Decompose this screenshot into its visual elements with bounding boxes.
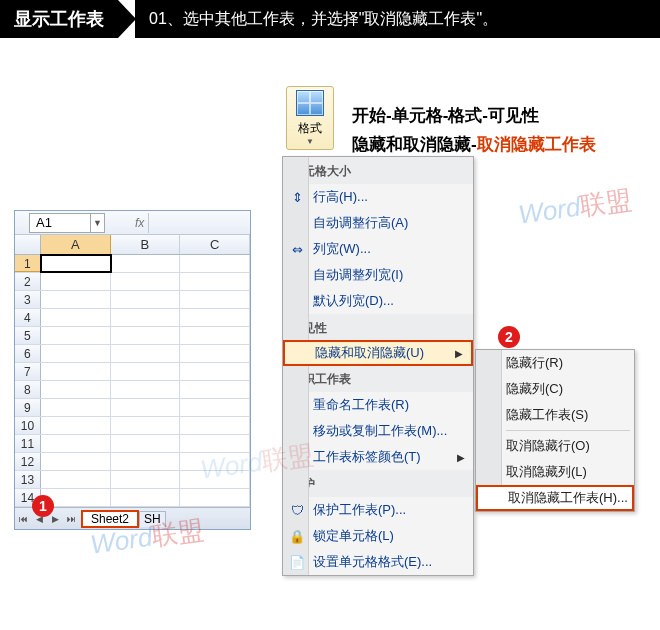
cell[interactable]: [111, 255, 181, 272]
row-header[interactable]: 13: [15, 471, 41, 488]
menu-item-autofit-row[interactable]: 自动调整行高(A): [283, 210, 473, 236]
menu-item-hide-sheet[interactable]: 隐藏工作表(S): [476, 402, 634, 428]
row-header[interactable]: 1: [15, 255, 41, 272]
row-header[interactable]: 6: [15, 345, 41, 362]
cell[interactable]: [41, 381, 111, 398]
name-box[interactable]: A1: [29, 213, 91, 233]
cell[interactable]: [180, 417, 250, 434]
row-header[interactable]: 4: [15, 309, 41, 326]
row-height-icon: ⇕: [287, 187, 307, 207]
hide-unhide-submenu: 隐藏行(R) 隐藏列(C) 隐藏工作表(S) 取消隐藏行(O) 取消隐藏列(L)…: [475, 349, 635, 512]
sheet-nav-first[interactable]: ⏮: [15, 510, 31, 528]
menu-item-autofit-col[interactable]: 自动调整列宽(I): [283, 262, 473, 288]
column-headers: A B C: [15, 235, 250, 255]
formula-input[interactable]: [148, 213, 250, 233]
cell[interactable]: [111, 327, 181, 344]
cell[interactable]: [41, 363, 111, 380]
cell[interactable]: [111, 417, 181, 434]
sheet-tab-sheet2[interactable]: Sheet2: [81, 510, 139, 528]
row-header[interactable]: 3: [15, 291, 41, 308]
chevron-down-icon: ▼: [306, 137, 314, 146]
cell[interactable]: [180, 309, 250, 326]
select-all-corner[interactable]: [15, 235, 41, 254]
sheet-nav-last[interactable]: ⏭: [63, 510, 79, 528]
breadcrumb: 开始-单元格-格式-可见性 隐藏和取消隐藏-取消隐藏工作表: [352, 104, 596, 156]
cell[interactable]: [180, 273, 250, 290]
cell[interactable]: [180, 327, 250, 344]
cell[interactable]: [41, 273, 111, 290]
menu-item-hide-cols[interactable]: 隐藏列(C): [476, 376, 634, 402]
cell[interactable]: [180, 381, 250, 398]
menu-section-visibility: 可见性: [283, 314, 473, 341]
cell[interactable]: [41, 345, 111, 362]
menu-item-hide-rows[interactable]: 隐藏行(R): [476, 350, 634, 376]
menu-item-unhide-rows[interactable]: 取消隐藏行(O): [476, 433, 634, 459]
cell[interactable]: [180, 291, 250, 308]
row-header[interactable]: 2: [15, 273, 41, 290]
cell[interactable]: [111, 399, 181, 416]
row-header[interactable]: 8: [15, 381, 41, 398]
menu-item-move-copy-sheet[interactable]: 移动或复制工作表(M)...: [283, 418, 473, 444]
format-cells-icon: 📄: [287, 552, 307, 572]
cell[interactable]: [41, 453, 111, 470]
cell[interactable]: [111, 291, 181, 308]
cell[interactable]: [41, 435, 111, 452]
format-grid-icon: [296, 90, 324, 116]
menu-item-lock-cell[interactable]: 🔒锁定单元格(L): [283, 523, 473, 549]
cell[interactable]: [111, 435, 181, 452]
header-step-text: 01、选中其他工作表，并选择"取消隐藏工作表"。: [135, 0, 660, 38]
sheet-tab-sh[interactable]: SH: [139, 511, 166, 527]
cell[interactable]: [180, 399, 250, 416]
cell[interactable]: [111, 363, 181, 380]
menu-item-row-height[interactable]: ⇕行高(H)...: [283, 184, 473, 210]
cell[interactable]: [180, 453, 250, 470]
formula-bar: A1 ▼ fx: [15, 211, 250, 235]
cell[interactable]: [41, 417, 111, 434]
format-ribbon-button[interactable]: 格式 ▼: [286, 86, 334, 150]
menu-item-default-width[interactable]: 默认列宽(D)...: [283, 288, 473, 314]
cell-a1[interactable]: [41, 255, 111, 272]
menu-section-organize: 组织工作表: [283, 365, 473, 392]
col-header-c[interactable]: C: [180, 235, 250, 254]
cell[interactable]: [180, 345, 250, 362]
cell[interactable]: [111, 489, 181, 506]
fx-icon[interactable]: fx: [135, 216, 144, 230]
row-header[interactable]: 10: [15, 417, 41, 434]
cell[interactable]: [111, 453, 181, 470]
cell[interactable]: [111, 471, 181, 488]
row-header[interactable]: 12: [15, 453, 41, 470]
row-header[interactable]: 5: [15, 327, 41, 344]
cell[interactable]: [41, 471, 111, 488]
cell[interactable]: [180, 255, 250, 272]
cell[interactable]: [41, 327, 111, 344]
row-header[interactable]: 7: [15, 363, 41, 380]
col-header-b[interactable]: B: [111, 235, 181, 254]
cell[interactable]: [180, 489, 250, 506]
cell[interactable]: [41, 399, 111, 416]
cell[interactable]: [111, 381, 181, 398]
menu-item-col-width[interactable]: ⇔列宽(W)...: [283, 236, 473, 262]
cell[interactable]: [180, 363, 250, 380]
menu-item-unhide-sheet[interactable]: 取消隐藏工作表(H)...: [476, 485, 634, 511]
excel-window: A1 ▼ fx A B C 1 2 3 4 5 6 7 8 9 10 11 12…: [14, 210, 251, 530]
submenu-arrow-icon: ▶: [455, 348, 463, 359]
cell[interactable]: [111, 309, 181, 326]
menu-item-rename-sheet[interactable]: 重命名工作表(R): [283, 392, 473, 418]
callout-marker-1: 1: [32, 495, 54, 517]
row-header[interactable]: 9: [15, 399, 41, 416]
menu-item-unhide-cols[interactable]: 取消隐藏列(L): [476, 459, 634, 485]
menu-item-format-cells[interactable]: 📄设置单元格格式(E)...: [283, 549, 473, 575]
cell[interactable]: [111, 345, 181, 362]
cell[interactable]: [180, 471, 250, 488]
cell[interactable]: [180, 435, 250, 452]
menu-item-protect-sheet[interactable]: 🛡保护工作表(P)...: [283, 497, 473, 523]
menu-item-hide-unhide[interactable]: 隐藏和取消隐藏(U)▶: [283, 340, 473, 366]
breadcrumb-line1: 开始-单元格-格式-可见性: [352, 104, 596, 127]
menu-item-tab-color[interactable]: 工作表标签颜色(T)▶: [283, 444, 473, 470]
cell[interactable]: [111, 273, 181, 290]
col-header-a[interactable]: A: [41, 235, 111, 254]
name-box-dropdown[interactable]: ▼: [91, 213, 105, 233]
row-header[interactable]: 11: [15, 435, 41, 452]
cell[interactable]: [41, 291, 111, 308]
cell[interactable]: [41, 309, 111, 326]
